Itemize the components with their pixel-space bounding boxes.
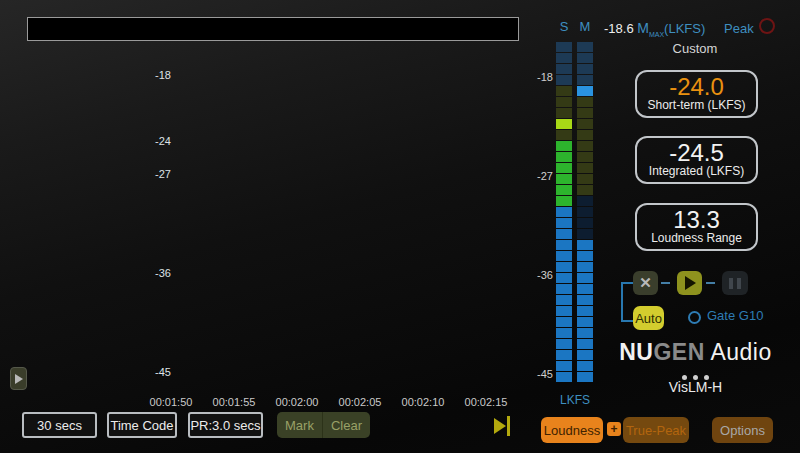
auto-button[interactable]: Auto [633,306,664,330]
true-peak-view-button[interactable]: True-Peak [623,417,689,443]
meter-segment [556,64,572,74]
meter-segment [556,174,572,184]
momentary-max-unit: (LKFS) [664,21,705,36]
meter-segment [577,339,593,349]
meter-segment [577,317,593,327]
meter-segment [556,262,572,272]
short-term-meter-header: S [560,19,569,34]
meter-segment [556,339,572,349]
graph-y-tick-label: -24 [155,135,171,147]
meter-segment [577,108,593,118]
transport-dash [661,282,670,284]
loudness-view-button[interactable]: Loudness [541,417,603,443]
pause-button[interactable] [722,271,748,295]
meter-scale-label: -27 [529,170,553,182]
readout-integrated-lkfs: -24.5Integrated (LKFS) [635,136,758,184]
window-length-button[interactable]: 30 secs [22,412,97,438]
play-icon [685,276,696,290]
mark-clear-group: MarkClear [277,412,370,438]
meter-segment [577,152,593,162]
meter-segment [556,306,572,316]
clear-button[interactable]: Clear [323,412,370,438]
meter-segment [556,295,572,305]
practical-range-button[interactable]: PR:3.0 secs [188,412,263,438]
meter-segment [556,317,572,327]
meter-segment [577,53,593,63]
meter-segment [577,284,593,294]
meter-segment [556,207,572,217]
meter-segment [556,141,572,151]
time-tick-label: 00:02:05 [339,396,382,408]
meter-segment [577,251,593,261]
meter-segment [556,152,572,162]
meter-scale-label: -45 [529,368,553,380]
meter-segment [577,75,593,85]
product-name: VisLM-H [608,379,783,395]
stop-reset-button[interactable]: ✕ [633,271,658,295]
meter-segment [577,163,593,173]
graph-y-tick-label: -36 [155,267,171,279]
meter-segment [556,42,572,52]
readout-label: Integrated (LKFS) [637,165,756,178]
loudness-truepeak-plus-button[interactable]: + [607,422,621,436]
meter-segment [556,86,572,96]
meter-segment [577,64,593,74]
pause-icon [729,278,733,289]
meter-segment [577,141,593,151]
meter-segment [556,163,572,173]
meter-segment [577,218,593,228]
skip-to-end-button[interactable] [494,416,518,436]
meter-segment [556,53,572,63]
meter-segment [556,218,572,228]
meter-segment [556,185,572,195]
meter-scale-label: -36 [529,269,553,281]
meter-segment [577,174,593,184]
meter-segment [577,262,593,272]
meter-segment [577,350,593,360]
graph-y-tick-label: -27 [155,168,171,180]
meter-segment [556,229,572,239]
meter-segment [577,295,593,305]
options-button[interactable]: Options [712,417,773,443]
meter-segment [577,207,593,217]
meter-segment [556,97,572,107]
meter-segment [556,328,572,338]
gate-radio-button[interactable] [688,311,701,324]
meter-segment [556,75,572,85]
time-mode-button[interactable]: Time Code [107,412,177,438]
meter-segment [577,372,593,382]
meter-segment [556,273,572,283]
readout-loudness-range: 13.3Loudness Range [635,203,758,251]
meter-segment [556,240,572,250]
meter-segment [577,130,593,140]
meter-segment [556,130,572,140]
readout-value: -24.5 [637,140,756,165]
skip-bar-icon [507,416,510,436]
meter-segment [556,251,572,261]
readout-label: Short-term (LKFS) [637,99,756,112]
meter-unit-label: LKFS [549,393,601,407]
preset-label: Custom [620,41,770,56]
meter-segment [577,97,593,107]
meter-segment [577,361,593,371]
mark-button[interactable]: Mark [277,412,322,438]
graph-y-tick-label: -45 [155,366,171,378]
meter-segment [577,119,593,129]
meter-segment [577,185,593,195]
peak-label: Peak [724,21,754,36]
meter-segment [577,240,593,250]
readout-short-term-lkfs: -24.0Short-term (LKFS) [635,70,758,118]
play-button[interactable] [677,271,702,295]
meter-segment [556,119,572,129]
peak-indicator-lamp [759,18,775,34]
graph-y-tick-label: -18 [155,69,171,81]
readout-label: Loudness Range [637,232,756,245]
meter-segment [556,108,572,118]
momentary-max-readout: -18.6 MMAX(LKFS) [604,20,705,38]
meter-segment [577,196,593,206]
transport-dash [706,282,715,284]
meter-segment [577,42,593,52]
meter-segment [577,86,593,96]
meter-segment [556,361,572,371]
momentary-max-value: -18.6 [604,21,634,36]
